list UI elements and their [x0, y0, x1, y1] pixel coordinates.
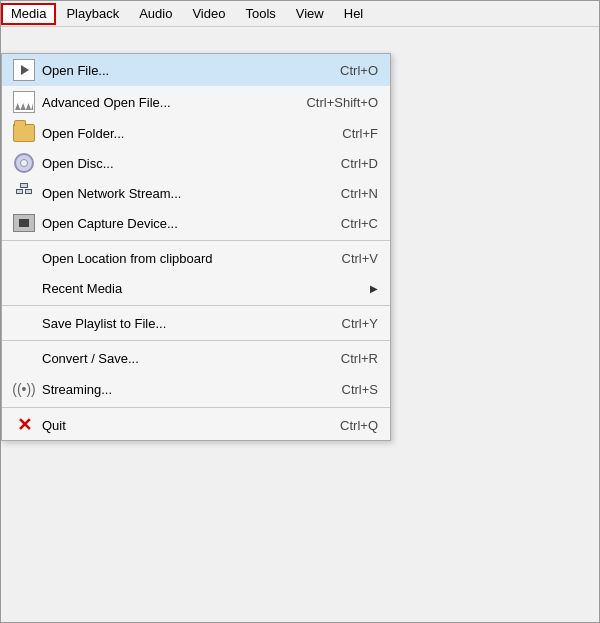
separator-4 [2, 407, 390, 408]
adv-open-file-label: Advanced Open File... [42, 95, 286, 110]
menu-item-open-disc[interactable]: Open Disc... Ctrl+D [2, 148, 390, 178]
menu-item-open-folder[interactable]: Open Folder... Ctrl+F [2, 118, 390, 148]
menu-item-open-capture[interactable]: Open Capture Device... Ctrl+C [2, 208, 390, 238]
menu-item-convert-save[interactable]: Convert / Save... Ctrl+R [2, 343, 390, 373]
app-window: Media Playback Audio Video Tools View He… [0, 0, 600, 623]
media-dropdown: Open File... Ctrl+O Advanced Open File..… [1, 53, 391, 441]
adv-open-file-shortcut: Ctrl+Shift+O [306, 95, 378, 110]
menu-item-recent-media[interactable]: Recent Media ▶ [2, 273, 390, 303]
menu-audio[interactable]: Audio [129, 3, 182, 25]
menu-item-open-network[interactable]: Open Network Stream... Ctrl+N [2, 178, 390, 208]
menu-item-open-file[interactable]: Open File... Ctrl+O [2, 54, 390, 86]
menu-video[interactable]: Video [182, 3, 235, 25]
menu-item-quit[interactable]: ✕ Quit Ctrl+Q [2, 410, 390, 440]
menu-item-open-clipboard[interactable]: Open Location from clipboard Ctrl+V [2, 243, 390, 273]
disc-icon [10, 153, 38, 173]
menubar: Media Playback Audio Video Tools View He… [1, 1, 599, 27]
menu-item-adv-open-file[interactable]: Advanced Open File... Ctrl+Shift+O [2, 86, 390, 118]
open-network-label: Open Network Stream... [42, 186, 321, 201]
menu-tools[interactable]: Tools [235, 3, 285, 25]
menu-item-save-playlist[interactable]: Save Playlist to File... Ctrl+Y [2, 308, 390, 338]
save-playlist-shortcut: Ctrl+Y [342, 316, 378, 331]
quit-label: Quit [42, 418, 320, 433]
x-icon: ✕ [10, 416, 38, 434]
open-disc-shortcut: Ctrl+D [341, 156, 378, 171]
open-capture-shortcut: Ctrl+C [341, 216, 378, 231]
play-file-icon [10, 59, 38, 81]
separator-1 [2, 240, 390, 241]
open-disc-label: Open Disc... [42, 156, 321, 171]
open-network-shortcut: Ctrl+N [341, 186, 378, 201]
open-clipboard-shortcut: Ctrl+V [342, 251, 378, 266]
separator-2 [2, 305, 390, 306]
network-icon [10, 183, 38, 203]
recent-media-label: Recent Media [42, 281, 362, 296]
quit-shortcut: Ctrl+Q [340, 418, 378, 433]
menu-playback[interactable]: Playback [56, 3, 129, 25]
capture-icon [10, 214, 38, 232]
save-playlist-label: Save Playlist to File... [42, 316, 322, 331]
open-file-label: Open File... [42, 63, 320, 78]
menu-media[interactable]: Media [1, 3, 56, 25]
open-capture-label: Open Capture Device... [42, 216, 321, 231]
streaming-shortcut: Ctrl+S [342, 382, 378, 397]
adv-file-icon [10, 91, 38, 113]
open-file-shortcut: Ctrl+O [340, 63, 378, 78]
streaming-icon: ((•)) [10, 378, 38, 400]
menu-view[interactable]: View [286, 3, 334, 25]
streaming-label: Streaming... [42, 382, 322, 397]
convert-save-label: Convert / Save... [42, 351, 321, 366]
separator-3 [2, 340, 390, 341]
submenu-arrow-icon: ▶ [370, 283, 378, 294]
open-clipboard-label: Open Location from clipboard [42, 251, 322, 266]
open-folder-shortcut: Ctrl+F [342, 126, 378, 141]
menu-item-streaming[interactable]: ((•)) Streaming... Ctrl+S [2, 373, 390, 405]
menu-help[interactable]: Hel [334, 3, 374, 25]
convert-save-shortcut: Ctrl+R [341, 351, 378, 366]
open-folder-label: Open Folder... [42, 126, 322, 141]
folder-icon [10, 124, 38, 142]
